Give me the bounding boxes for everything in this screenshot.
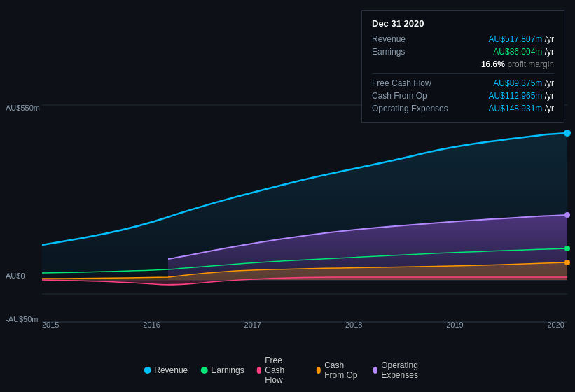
legend-dot-operating-expenses xyxy=(373,367,378,374)
legend-operating-expenses: Operating Expenses xyxy=(373,360,431,380)
free-cash-flow-label: Free Cash Flow xyxy=(372,78,456,88)
legend-revenue: Revenue xyxy=(144,365,188,375)
x-label-2019: 2019 xyxy=(446,321,463,329)
revenue-label: Revenue xyxy=(372,34,456,44)
x-label-2015: 2015 xyxy=(42,321,59,329)
legend-label-earnings: Earnings xyxy=(211,365,244,375)
operating-expenses-label: Operating Expenses xyxy=(372,104,456,113)
x-label-2018: 2018 xyxy=(345,321,362,329)
x-label-2016: 2016 xyxy=(143,321,160,329)
svg-point-7 xyxy=(564,260,570,265)
legend-dot-cash-from-op xyxy=(317,367,321,374)
legend-earnings: Earnings xyxy=(200,365,244,375)
tooltip-date: Dec 31 2020 xyxy=(372,18,554,29)
profit-margin-value: 16.6% profit margin xyxy=(481,59,554,69)
cash-from-op-row: Cash From Op AU$112.965m /yr xyxy=(372,90,554,102)
legend-free-cash-flow: Free Cash Flow xyxy=(257,356,304,385)
earnings-row: Earnings AU$86.004m /yr xyxy=(372,46,554,58)
y-label-550m: AU$550m xyxy=(6,104,40,112)
cash-from-op-value: AU$112.965m /yr xyxy=(489,91,554,101)
earnings-value: AU$86.004m /yr xyxy=(493,47,554,57)
x-label-2020: 2020 xyxy=(547,321,564,329)
legend-label-cash-from-op: Cash From Op xyxy=(324,360,360,380)
svg-point-6 xyxy=(564,212,570,218)
legend-dot-free-cash-flow xyxy=(257,367,262,374)
legend-label-revenue: Revenue xyxy=(154,365,188,375)
earnings-label: Earnings xyxy=(372,47,456,57)
info-tooltip: Dec 31 2020 Revenue AU$517.807m /yr Earn… xyxy=(361,10,564,122)
revenue-row: Revenue AU$517.807m /yr xyxy=(372,33,554,46)
chart-legend: Revenue Earnings Free Cash Flow Cash Fro… xyxy=(144,356,431,385)
operating-expenses-value: AU$148.931m /yr xyxy=(489,104,554,113)
revenue-value: AU$517.807m /yr xyxy=(489,34,554,44)
svg-point-5 xyxy=(564,130,571,136)
free-cash-flow-row: Free Cash Flow AU$89.375m /yr xyxy=(372,77,554,90)
legend-label-free-cash-flow: Free Cash Flow xyxy=(265,356,303,385)
svg-point-8 xyxy=(564,246,570,251)
legend-dot-earnings xyxy=(200,367,207,374)
free-cash-flow-value: AU$89.375m /yr xyxy=(493,78,554,88)
y-label-0: AU$0 xyxy=(6,272,25,280)
x-label-2017: 2017 xyxy=(244,321,261,329)
cash-from-op-label: Cash From Op xyxy=(372,91,456,101)
profit-margin-row: 16.6% profit margin xyxy=(372,58,554,71)
y-label-neg50m: -AU$50m xyxy=(6,315,38,323)
legend-label-operating-expenses: Operating Expenses xyxy=(381,360,431,380)
legend-dot-revenue xyxy=(144,367,151,374)
operating-expenses-row: Operating Expenses AU$148.931m /yr xyxy=(372,102,554,115)
legend-cash-from-op: Cash From Op xyxy=(317,360,361,380)
